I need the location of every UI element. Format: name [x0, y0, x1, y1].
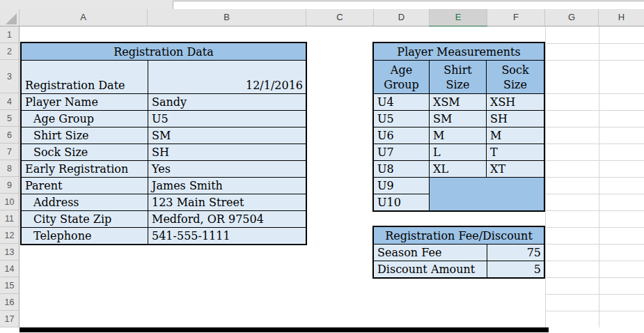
- select-all-triangle-icon: [6, 13, 17, 24]
- registration-data-table: Registration Data Registration Date 12/1…: [20, 42, 307, 245]
- cell-E5[interactable]: SM: [430, 110, 487, 127]
- row-header-7[interactable]: 7: [0, 144, 19, 160]
- cell-B9[interactable]: James Smith: [148, 177, 306, 194]
- row-header-4[interactable]: 4: [0, 93, 19, 110]
- gridline-horizontal: [545, 277, 644, 278]
- column-header-F[interactable]: F: [487, 9, 545, 26]
- row-header-14[interactable]: 14: [0, 261, 19, 277]
- cell-F7[interactable]: T: [487, 144, 544, 160]
- cell-B8[interactable]: Yes: [148, 160, 306, 177]
- row-header-3[interactable]: 3: [0, 60, 19, 93]
- cell-D6[interactable]: U6: [374, 127, 430, 144]
- formula-bar-strip: [0, 0, 644, 9]
- registration-table-title[interactable]: Registration Data: [22, 43, 306, 60]
- row-header-12[interactable]: 12: [0, 227, 19, 244]
- cell-A6[interactable]: Shirt Size: [22, 127, 148, 144]
- registration-fee-table: Registration Fee/Discount Season Fee 75 …: [372, 226, 545, 279]
- gridline-horizontal: [545, 261, 644, 261]
- cell-A11[interactable]: City State Zip: [22, 210, 148, 227]
- row-header-16[interactable]: 16: [0, 294, 19, 311]
- column-header-A[interactable]: A: [19, 9, 148, 26]
- gridline-horizontal: [545, 177, 644, 178]
- cell-E6[interactable]: M: [430, 127, 487, 144]
- gridline-horizontal: [545, 110, 644, 111]
- cell-A3[interactable]: Registration Date: [22, 60, 148, 93]
- cell-B6[interactable]: SM: [148, 127, 306, 144]
- column-header-C[interactable]: C: [306, 9, 374, 26]
- cell-A10[interactable]: Address: [22, 194, 148, 210]
- gridline-horizontal: [545, 43, 644, 44]
- header-line: Sock: [501, 63, 528, 77]
- row-header-1[interactable]: 1: [0, 26, 19, 43]
- column-header-label: E: [455, 12, 462, 22]
- gridline-horizontal: [545, 210, 644, 211]
- row-header-9[interactable]: 9: [0, 177, 19, 194]
- column-header-G[interactable]: G: [545, 9, 599, 26]
- column-header-E-selected[interactable]: E: [430, 9, 487, 26]
- row-header-6[interactable]: 6: [0, 127, 19, 144]
- cell-A9[interactable]: Parent: [22, 177, 148, 194]
- cell-D8[interactable]: U8: [374, 160, 430, 177]
- header-shirt-size[interactable]: Shirt Size: [430, 60, 487, 93]
- cell-F4[interactable]: XSH: [487, 93, 544, 110]
- measurements-table-title[interactable]: Player Measurements: [374, 43, 544, 60]
- cell-F13[interactable]: 75: [487, 244, 544, 261]
- cell-A8[interactable]: Early Registration: [22, 160, 148, 177]
- cell-B5[interactable]: U5: [148, 110, 306, 127]
- row-header-13[interactable]: 13: [0, 244, 19, 261]
- cell-B7[interactable]: SH: [148, 144, 306, 160]
- gridline-horizontal: [545, 127, 644, 127]
- cell-F6[interactable]: M: [487, 127, 544, 144]
- cell-B12[interactable]: 541-555-1111: [148, 227, 306, 244]
- row-header-8[interactable]: 8: [0, 160, 19, 177]
- column-header-H[interactable]: H: [599, 9, 644, 26]
- gridline-horizontal: [545, 160, 644, 161]
- cell-E8[interactable]: XL: [430, 160, 487, 177]
- player-measurements-table: Player Measurements Age Group Shirt Size…: [372, 42, 545, 212]
- gridline-horizontal: [545, 194, 644, 194]
- blank-measurements-block[interactable]: [430, 177, 544, 210]
- cell-F8[interactable]: XT: [487, 160, 544, 177]
- cell-B11[interactable]: Medford, OR 97504: [148, 210, 306, 227]
- gridline-horizontal: [545, 93, 644, 94]
- gridline-horizontal: [545, 244, 644, 245]
- row-header-15[interactable]: 15: [0, 277, 19, 294]
- gridline-horizontal: [545, 60, 644, 61]
- formula-bar-input[interactable]: [173, 1, 644, 9]
- cell-D4[interactable]: U4: [374, 93, 430, 110]
- cell-A12[interactable]: Telephone: [22, 227, 148, 244]
- gridline-horizontal: [545, 294, 644, 295]
- header-line: Age: [391, 63, 412, 77]
- cell-B10[interactable]: 123 Main Street: [148, 194, 306, 210]
- cell-E4[interactable]: XSM: [430, 93, 487, 110]
- row-header-5[interactable]: 5: [0, 110, 19, 127]
- cell-E7[interactable]: L: [430, 144, 487, 160]
- column-header-band: A B C D E F G H: [0, 9, 644, 26]
- row-header-2[interactable]: 2: [0, 43, 19, 60]
- cell-A7[interactable]: Sock Size: [22, 144, 148, 160]
- cell-B3[interactable]: 12/1/2016: [148, 60, 306, 93]
- cell-D10[interactable]: U10: [374, 194, 430, 210]
- cell-A4[interactable]: Player Name: [22, 93, 148, 110]
- cell-D9[interactable]: U9: [374, 177, 430, 194]
- cell-A5[interactable]: Age Group: [22, 110, 148, 127]
- row-header-band: 1 2 3 4 5 6 7 8 9 10 11 12 13 14 15 16 1…: [0, 26, 19, 327]
- gridline-horizontal: [545, 144, 644, 144]
- select-all-button[interactable]: [0, 9, 19, 26]
- row-header-17[interactable]: 17: [0, 311, 19, 327]
- gridline-horizontal: [545, 227, 644, 228]
- header-age-group[interactable]: Age Group: [374, 60, 430, 93]
- column-header-B[interactable]: B: [148, 9, 306, 26]
- cell-F14[interactable]: 5: [487, 261, 544, 277]
- row-header-10[interactable]: 10: [0, 194, 19, 210]
- header-sock-size[interactable]: Sock Size: [487, 60, 544, 93]
- cell-F5[interactable]: SH: [487, 110, 544, 127]
- cell-D13[interactable]: Season Fee: [374, 244, 487, 261]
- fee-table-title[interactable]: Registration Fee/Discount: [374, 227, 544, 244]
- row-header-11[interactable]: 11: [0, 210, 19, 227]
- cell-D7[interactable]: U7: [374, 144, 430, 160]
- cell-B4[interactable]: Sandy: [148, 93, 306, 110]
- column-header-D[interactable]: D: [374, 9, 430, 26]
- cell-D14[interactable]: Discount Amount: [374, 261, 487, 277]
- cell-D5[interactable]: U5: [374, 110, 430, 127]
